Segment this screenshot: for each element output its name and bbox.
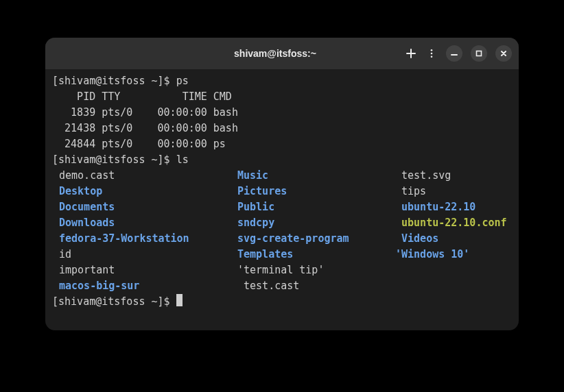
minimize-button[interactable] — [446, 45, 462, 62]
svg-point-2 — [431, 56, 433, 58]
list-item: ubuntu-22.10 — [388, 199, 519, 215]
ps-command: ps — [176, 75, 189, 87]
list-item: test.svg — [388, 168, 519, 184]
ls-col-1: demo.castDesktopDocumentsDownloadsfedora… — [52, 168, 231, 294]
list-item: macos-big-sur — [52, 278, 231, 294]
titlebar-controls — [405, 45, 512, 62]
list-item: test.cast — [231, 278, 388, 294]
list-item: Public — [231, 199, 388, 215]
list-item: ubuntu-22.10.conf — [388, 215, 519, 231]
ps-header: PID TTY TIME CMD — [52, 90, 232, 103]
list-item: id — [52, 247, 231, 262]
menu-button[interactable] — [425, 47, 438, 60]
prompt-line: [shivam@itsfoss ~]$ ls — [52, 154, 189, 166]
list-item: 'terminal tip' — [231, 262, 388, 278]
ls-output: demo.castDesktopDocumentsDownloadsfedora… — [52, 168, 512, 294]
list-item: Downloads — [52, 215, 231, 231]
svg-point-0 — [431, 49, 433, 51]
list-item: Documents — [52, 199, 231, 215]
titlebar: shivam@itsfoss:~ — [45, 38, 519, 69]
list-item: Music — [231, 168, 388, 184]
ps-row: 24844 pts/0 00:00:00 ps — [52, 138, 226, 150]
list-item: Pictures — [231, 184, 388, 199]
prompt-line: [shivam@itsfoss ~]$ — [52, 295, 176, 308]
new-tab-button[interactable] — [405, 47, 417, 60]
ls-col-3: test.svg tips ubuntu-22.10 ubuntu-22.10.… — [388, 168, 519, 294]
terminal-body[interactable]: [shivam@itsfoss ~]$ ps PID TTY TIME CMD … — [45, 69, 519, 330]
ls-command: ls — [176, 154, 189, 166]
list-item: demo.cast — [52, 168, 231, 184]
ps-row: 1839 pts/0 00:00:00 bash — [52, 106, 238, 119]
maximize-button[interactable] — [471, 45, 487, 62]
list-item: svg-create-program — [231, 231, 388, 247]
ps-row: 21438 pts/0 00:00:00 bash — [52, 122, 238, 134]
ls-col-2: MusicPicturesPublicsndcpysvg-create-prog… — [231, 168, 388, 294]
prompt-line: [shivam@itsfoss ~]$ ps — [52, 75, 189, 87]
cursor — [176, 294, 183, 306]
list-item: Videos — [388, 231, 519, 247]
list-item: fedora-37-Workstation — [52, 231, 231, 247]
list-item: Templates — [231, 247, 388, 262]
list-item: tips — [388, 184, 519, 199]
svg-point-1 — [431, 53, 433, 55]
window-title: shivam@itsfoss:~ — [234, 48, 316, 59]
list-item: important — [52, 262, 231, 278]
terminal-window: shivam@itsfoss:~ [shivam@itsfoss ~]$ ps … — [45, 38, 519, 330]
list-item: Desktop — [52, 184, 231, 199]
list-item: 'Windows 10' — [388, 247, 519, 262]
close-button[interactable] — [495, 45, 512, 62]
svg-rect-3 — [477, 51, 482, 56]
list-item: sndcpy — [231, 215, 388, 231]
